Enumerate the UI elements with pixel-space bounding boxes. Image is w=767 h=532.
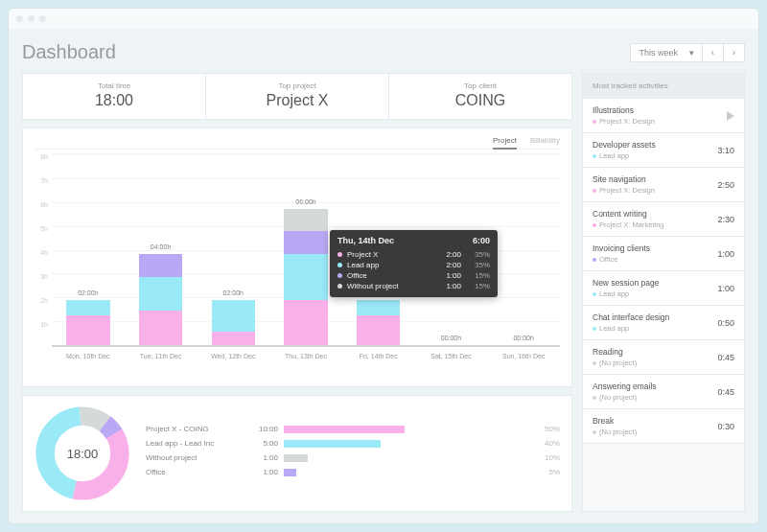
header-row: Dashboard This week ▾ ‹ › — [22, 41, 745, 63]
activity-item[interactable]: Break(No project)0:30 — [583, 409, 744, 444]
bar-total-label: 00:00h — [513, 335, 533, 341]
breakdown-row[interactable]: Lead app - Lead Inc5:0040% — [146, 439, 560, 448]
activity-name: Invoicing clients — [593, 243, 650, 253]
chart-tabs: Project Billability — [35, 136, 560, 150]
period-selector[interactable]: This week ▾ — [630, 43, 703, 62]
bar-segment — [357, 315, 400, 345]
breakdown-rows: Project X - COING10:0050%Lead app - Lead… — [146, 425, 560, 482]
summary-value: 18:00 — [27, 92, 201, 109]
tab-billability[interactable]: Billability — [530, 136, 560, 145]
activity-item[interactable]: Developer assetsLead app3:10 — [583, 133, 744, 168]
play-icon[interactable] — [727, 111, 734, 121]
bar-segment — [66, 300, 109, 316]
activity-item[interactable]: Chat interface designLead app0:50 — [583, 306, 744, 340]
page-title: Dashboard — [22, 41, 116, 63]
bar-segment — [212, 300, 255, 332]
period-prev-button[interactable]: ‹ — [703, 43, 724, 62]
summary-cards: Total time 18:00 Top project Project X T… — [22, 73, 572, 120]
tab-project[interactable]: Project — [493, 136, 517, 150]
period-next-button[interactable]: › — [724, 43, 745, 62]
y-tick: 3h — [40, 273, 48, 280]
x-label: Fri, 14th Dec — [342, 347, 415, 359]
bar-column[interactable]: 00:00h — [487, 154, 560, 345]
x-label: Thu, 13th Dec — [269, 347, 342, 359]
activity-item[interactable]: Answering emails(No project)0:45 — [583, 375, 744, 409]
activity-project: Project X: Design — [593, 117, 655, 126]
activity-item[interactable]: Site navigationProject X: Design2:50 — [583, 168, 744, 202]
activity-name: New session page — [593, 278, 659, 288]
activity-name: Illustrations — [593, 105, 655, 115]
breakdown-row[interactable]: Project X - COING10:0050% — [146, 425, 560, 433]
summary-top-project: Top project Project X — [206, 74, 389, 119]
bar-segment — [357, 300, 400, 316]
activity-project: (No project) — [593, 393, 657, 402]
activity-item[interactable]: New session pageLead app1:00 — [583, 271, 744, 306]
activity-duration: 0:30 — [717, 422, 734, 431]
activity-duration: 3:10 — [717, 146, 734, 155]
activity-duration: 0:45 — [717, 353, 734, 362]
y-tick: 5h — [40, 225, 48, 232]
bar-segment — [284, 300, 327, 346]
breakdown-panel: 18:00 Project X - COING10:0050%Lead app … — [22, 395, 572, 512]
bar-column[interactable]: 02:00h — [197, 154, 269, 345]
activity-duration: 0:50 — [717, 318, 734, 328]
y-axis: 8h7h6h5h4h3h2h1h — [35, 153, 52, 345]
donut-center-value: 18:00 — [35, 405, 130, 501]
summary-label: Top project — [210, 81, 384, 90]
bar-total-label: 04:00h — [151, 243, 171, 250]
app-window: Dashboard This week ▾ ‹ › Total time 18:… — [8, 8, 759, 524]
x-label: Sun, 16th Dec — [487, 347, 560, 359]
summary-label: Total time — [27, 81, 201, 90]
x-label: Sat, 15th Dec — [415, 347, 488, 359]
left-column: Total time 18:00 Top project Project X T… — [22, 73, 572, 512]
summary-value: Project X — [210, 92, 384, 109]
y-tick: 1h — [40, 321, 48, 328]
activity-project: Lead app — [593, 289, 659, 298]
bar-column[interactable]: 02:00h — [52, 154, 125, 345]
activity-item[interactable]: IllustrationsProject X: Design — [583, 99, 744, 133]
activity-item[interactable]: Invoicing clientsOffice1:00 — [583, 237, 744, 271]
bar-column[interactable]: 04:00h — [125, 154, 198, 345]
breakdown-row[interactable]: Office1:005% — [146, 468, 560, 476]
chart-tooltip: Thu, 14th Dec 6:00 Project X2:0035%Lead … — [330, 230, 498, 297]
x-label: Wed, 12th Dec — [197, 347, 269, 359]
activity-duration: 2:30 — [717, 215, 734, 224]
activity-item[interactable]: Reading(No project)0:45 — [583, 340, 744, 375]
window-dot — [39, 15, 46, 22]
dashboard-content: Dashboard This week ▾ ‹ › Total time 18:… — [9, 30, 758, 523]
activities-header: Most tracked activities — [583, 74, 744, 99]
bar-segment — [212, 332, 255, 345]
activity-name: Break — [593, 416, 637, 426]
donut-chart: 18:00 — [35, 405, 130, 501]
bar-chart: 8h7h6h5h4h3h2h1h 02:00h04:00h02:00h06:00… — [35, 153, 560, 345]
activity-project: Lead app — [593, 324, 669, 333]
activity-project: Lead app — [593, 151, 656, 160]
y-tick: 2h — [40, 297, 48, 304]
period-label: This week — [639, 48, 678, 58]
bar-segment — [139, 277, 182, 312]
activity-item[interactable]: Content writingProject X: Marketing2:30 — [583, 202, 744, 237]
activity-name: Reading — [593, 347, 637, 357]
activities-panel: Most tracked activities IllustrationsPro… — [582, 73, 745, 512]
bar-segment — [284, 231, 327, 254]
activity-name: Chat interface design — [593, 312, 669, 322]
summary-value: COING — [393, 92, 568, 109]
activity-name: Content writing — [593, 209, 664, 219]
y-tick: 8h — [40, 153, 48, 160]
main-row: Total time 18:00 Top project Project X T… — [22, 73, 745, 512]
activity-duration: 1:00 — [717, 284, 734, 293]
activity-duration: 0:45 — [717, 387, 734, 397]
activity-duration: 2:50 — [717, 180, 734, 190]
activity-project: (No project) — [593, 359, 637, 367]
chart-panel: Project Billability 8h7h6h5h4h3h2h1h 02:… — [22, 127, 572, 387]
x-label: Mon, 10th Dec — [52, 347, 125, 359]
activity-project: Office — [593, 255, 650, 264]
x-axis: Mon, 10th DecTue, 11th DecWed, 12th DecT… — [52, 345, 560, 359]
activity-name: Answering emails — [593, 382, 657, 391]
breakdown-row[interactable]: Without project1:0010% — [146, 453, 560, 462]
x-label: Tue, 11th Dec — [125, 347, 198, 359]
tooltip-total: 6:00 — [473, 236, 490, 245]
summary-top-client: Top client COING — [389, 74, 571, 119]
activity-project: (No project) — [593, 428, 637, 436]
activities-list: IllustrationsProject X: DesignDeveloper … — [583, 99, 744, 444]
